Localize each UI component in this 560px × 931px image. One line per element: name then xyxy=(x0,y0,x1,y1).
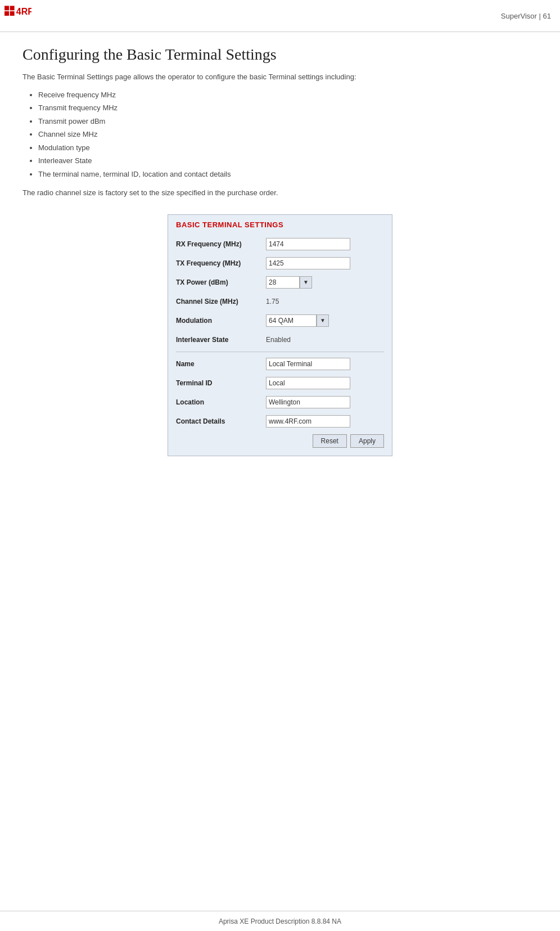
reset-button[interactable]: Reset xyxy=(313,434,347,448)
panel-wrapper: BASIC TERMINAL SETTINGS RX Frequency (MH… xyxy=(22,214,538,456)
factory-note: The radio channel size is factory set to… xyxy=(22,187,538,199)
list-item: Transmit power dBm xyxy=(38,116,538,127)
intro-paragraph: The Basic Terminal Settings page allows … xyxy=(22,71,538,83)
list-item: Channel size MHz xyxy=(38,129,538,140)
svg-text:4RF: 4RF xyxy=(16,7,31,16)
svg-rect-2 xyxy=(4,11,9,16)
page-header: 4RF SuperVisor | 61 xyxy=(0,0,560,32)
list-item: Receive frequency MHz xyxy=(38,89,538,101)
tx-frequency-label: TX Frequency (MHz) xyxy=(176,259,266,267)
button-row: Reset Apply xyxy=(176,434,384,448)
terminal-id-input[interactable] xyxy=(266,377,350,389)
svg-rect-0 xyxy=(4,6,9,10)
tx-power-row: TX Power (dBm) ▼ xyxy=(176,275,384,290)
tx-power-dropdown-icon[interactable]: ▼ xyxy=(300,276,312,289)
modulation-label: Modulation xyxy=(176,317,266,325)
tx-power-wrapper: ▼ xyxy=(266,276,312,289)
rx-frequency-input[interactable] xyxy=(266,238,350,250)
page-number: SuperVisor | 61 xyxy=(501,12,551,20)
apply-button[interactable]: Apply xyxy=(350,434,384,448)
name-label: Name xyxy=(176,360,266,368)
list-item: Modulation type xyxy=(38,142,538,154)
tx-power-input[interactable] xyxy=(266,276,300,289)
location-row: Location xyxy=(176,395,384,410)
page-footer: Aprisa XE Product Description 8.8.84 NA xyxy=(0,911,560,931)
interleaver-row: Interleaver State Enabled xyxy=(176,332,384,347)
list-item: Transmit frequency MHz xyxy=(38,102,538,114)
channel-size-value: 1.75 xyxy=(266,298,279,305)
tx-power-label: TX Power (dBm) xyxy=(176,278,266,286)
modulation-dropdown-icon[interactable]: ▼ xyxy=(317,314,329,327)
location-label: Location xyxy=(176,398,266,406)
feature-list: Receive frequency MHz Transmit frequency… xyxy=(38,89,538,180)
channel-size-row: Channel Size (MHz) 1.75 xyxy=(176,294,384,309)
main-content: Configuring the Basic Terminal Settings … xyxy=(0,32,560,490)
contact-details-label: Contact Details xyxy=(176,417,266,425)
interleaver-value: Enabled xyxy=(266,336,291,344)
rx-frequency-row: RX Frequency (MHz) xyxy=(176,237,384,251)
modulation-input[interactable] xyxy=(266,314,317,327)
interleaver-label: Interleaver State xyxy=(176,336,266,344)
channel-size-label: Channel Size (MHz) xyxy=(176,298,266,305)
tx-frequency-input[interactable] xyxy=(266,257,350,269)
contact-details-input[interactable] xyxy=(266,415,350,428)
panel-title: BASIC TERMINAL SETTINGS xyxy=(168,215,392,233)
tx-frequency-row: TX Frequency (MHz) xyxy=(176,256,384,271)
svg-rect-1 xyxy=(10,6,15,10)
footer-text: Aprisa XE Product Description 8.8.84 NA xyxy=(219,917,341,925)
logo-container: 4RF xyxy=(4,5,34,27)
name-row: Name xyxy=(176,357,384,371)
contact-details-row: Contact Details xyxy=(176,414,384,429)
terminal-id-label: Terminal ID xyxy=(176,379,266,387)
terminal-id-row: Terminal ID xyxy=(176,376,384,390)
svg-rect-3 xyxy=(10,11,15,16)
location-input[interactable] xyxy=(266,396,350,408)
modulation-row: Modulation ▼ xyxy=(176,313,384,328)
list-item: The terminal name, terminal ID, location… xyxy=(38,169,538,180)
panel-body: RX Frequency (MHz) TX Frequency (MHz) TX… xyxy=(168,233,392,456)
name-input[interactable] xyxy=(266,358,350,370)
rx-frequency-label: RX Frequency (MHz) xyxy=(176,240,266,248)
list-item: Interleaver State xyxy=(38,155,538,167)
page-title: Configuring the Basic Terminal Settings xyxy=(22,46,538,64)
modulation-wrapper: ▼ xyxy=(266,314,329,327)
settings-panel: BASIC TERMINAL SETTINGS RX Frequency (MH… xyxy=(168,214,392,456)
panel-divider xyxy=(176,352,384,352)
4rf-logo: 4RF xyxy=(4,5,31,27)
